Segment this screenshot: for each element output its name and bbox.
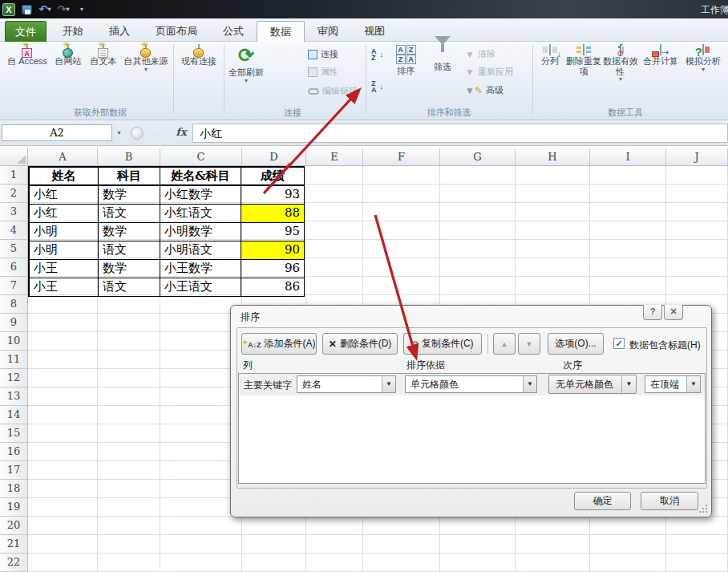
tab-data[interactable]: 数据 (257, 21, 305, 42)
row-header-22[interactable]: 22 (0, 554, 28, 572)
redo-button[interactable]: ↷▾ (56, 2, 71, 16)
table-cell[interactable]: 语文 (99, 278, 160, 297)
sort-az-button[interactable]: AZ↓ (371, 48, 383, 61)
table-cell-score[interactable]: 90 (241, 241, 305, 260)
properties-button[interactable]: 属性 (308, 66, 338, 78)
name-box[interactable]: A2 (2, 124, 112, 141)
header-row-checkbox-label[interactable]: 数据包含标题(H) (629, 339, 701, 352)
row-header-6[interactable]: 6 (0, 258, 28, 277)
row-header-15[interactable]: 15 (0, 424, 28, 443)
formula-input[interactable]: 小红 (192, 124, 728, 143)
edit-links-button[interactable]: 编辑链接 (308, 85, 358, 97)
table-cell-score[interactable]: 88 (241, 205, 305, 223)
table-cell[interactable]: 小红数学 (160, 186, 241, 205)
from-text-button[interactable]: ✳ 自文本 (87, 45, 120, 67)
reapply-button[interactable]: ▼ 重新应用 (465, 66, 513, 78)
row-header-17[interactable]: 17 (0, 461, 28, 480)
undo-button[interactable]: ↶▾ (38, 2, 52, 16)
column-header-A[interactable]: A (28, 148, 98, 166)
table-cell-score[interactable]: 86 (241, 278, 305, 297)
table-header-cell[interactable]: 姓名 (30, 168, 99, 186)
position-select[interactable]: 在顶端▼ (645, 375, 701, 393)
save-button[interactable] (19, 2, 34, 16)
table-cell[interactable]: 小王语文 (160, 278, 241, 297)
row-header-3[interactable]: 3 (0, 203, 28, 221)
copy-condition-button[interactable]: ⧉ 复制条件(C) (403, 333, 482, 355)
column-header-G[interactable]: G (440, 148, 516, 166)
excel-logo-icon[interactable]: X (2, 3, 15, 16)
table-cell[interactable]: 小王数学 (160, 260, 241, 278)
what-if-analysis-button[interactable]: ? 模拟分析 ▾ (681, 45, 725, 72)
column-header-D[interactable]: D (242, 148, 306, 166)
sort-button[interactable]: AZZA 排序 (391, 45, 420, 76)
text-to-columns-button[interactable]: ↓ 分列 (536, 45, 564, 67)
resize-grip[interactable] (698, 504, 708, 513)
move-up-button[interactable]: ▲ (493, 333, 516, 355)
row-header-19[interactable]: 19 (0, 498, 28, 517)
consolidate-button[interactable]: ⇢ 合并计算 (640, 45, 681, 67)
qat-customize-button[interactable]: ▾ (75, 2, 89, 16)
table-cell[interactable]: 小明 (30, 223, 99, 241)
row-header-11[interactable]: 11 (0, 351, 28, 369)
table-cell[interactable]: 小红 (30, 205, 99, 223)
column-header-I[interactable]: I (590, 148, 666, 166)
table-cell-score[interactable]: 96 (241, 260, 305, 278)
move-down-button[interactable]: ▼ (518, 333, 540, 355)
row-header-9[interactable]: 9 (0, 314, 28, 332)
cancel-button[interactable]: 取消 (641, 492, 698, 510)
table-cell[interactable]: 小明 (30, 241, 99, 260)
row-header-18[interactable]: 18 (0, 480, 28, 498)
table-cell[interactable]: 数学 (99, 260, 160, 278)
cell-color-select[interactable]: 无单元格颜色▼ (548, 375, 637, 394)
table-cell[interactable]: 数学 (99, 223, 160, 241)
delete-condition-button[interactable]: ✕ 删除条件(D) (322, 333, 398, 355)
column-header-H[interactable]: H (516, 148, 590, 166)
tab-home[interactable]: 开始 (50, 21, 96, 42)
table-cell[interactable]: 小王 (30, 260, 99, 278)
row-header-16[interactable]: 16 (0, 443, 28, 461)
table-cell[interactable]: 语文 (99, 241, 160, 260)
row-header-20[interactable]: 20 (0, 517, 28, 535)
sort-on-select[interactable]: 单元格颜色▼ (405, 375, 537, 393)
name-box-dropdown[interactable]: ▾ (113, 124, 125, 141)
connections-button[interactable]: 连接 (308, 48, 338, 60)
existing-connections-button[interactable]: 现有连接 (176, 45, 221, 67)
remove-duplicates-button[interactable]: 删除重复项 (566, 45, 601, 76)
add-condition-button[interactable]: ⁺A↓Z 添加条件(A) (241, 333, 317, 355)
table-header-cell[interactable]: 科目 (99, 168, 160, 186)
from-web-button[interactable]: ✳ 自网站 (51, 45, 85, 67)
column-header-F[interactable]: F (363, 148, 440, 166)
clear-filter-button[interactable]: ▼ 清除 (465, 48, 495, 60)
table-cell-score[interactable]: 95 (241, 223, 305, 241)
from-other-sources-button[interactable]: ✳ 自其他来源 ▾ (120, 45, 172, 72)
header-row-checkbox[interactable]: ✓ (613, 338, 625, 349)
table-cell-score[interactable]: 93 (241, 186, 305, 205)
refresh-all-button[interactable]: ⟳ 全部刷新 ▾ (227, 45, 265, 83)
table-cell[interactable]: 语文 (99, 205, 160, 223)
row-header-5[interactable]: 5 (0, 240, 28, 258)
sort-column-select[interactable]: 姓名▼ (297, 375, 396, 393)
table-cell[interactable]: 小明数学 (160, 223, 241, 241)
data-validation-button[interactable]: ✔⊘ 数据有效性 ▾ (603, 45, 638, 82)
tab-formulas[interactable]: 公式 (210, 21, 257, 42)
table-cell[interactable]: 小王 (30, 278, 99, 297)
table-cell[interactable]: 数学 (99, 186, 160, 205)
table-cell[interactable]: 小红 (30, 186, 99, 205)
row-header-21[interactable]: 21 (0, 535, 28, 554)
row-header-10[interactable]: 10 (0, 332, 28, 351)
tab-view[interactable]: 视图 (351, 21, 398, 42)
table-cell[interactable]: 小红语文 (160, 205, 241, 223)
sort-za-button[interactable]: ZA↓ (371, 80, 383, 93)
from-access-button[interactable]: ✳A 自 Access (5, 45, 50, 67)
insert-function-button[interactable]: fx (172, 124, 191, 141)
table-header-cell[interactable]: 成绩 (241, 168, 305, 186)
row-header-2[interactable]: 2 (0, 185, 28, 203)
row-header-7[interactable]: 7 (0, 277, 28, 295)
ok-button[interactable]: 确定 (574, 492, 631, 510)
collapse-button[interactable] (131, 127, 144, 140)
filter-button[interactable]: 筛选 (427, 45, 459, 72)
row-header-14[interactable]: 14 (0, 406, 28, 424)
select-all-corner[interactable] (0, 148, 28, 166)
row-header-12[interactable]: 12 (0, 369, 28, 387)
options-button[interactable]: 选项(O)... (548, 333, 604, 355)
